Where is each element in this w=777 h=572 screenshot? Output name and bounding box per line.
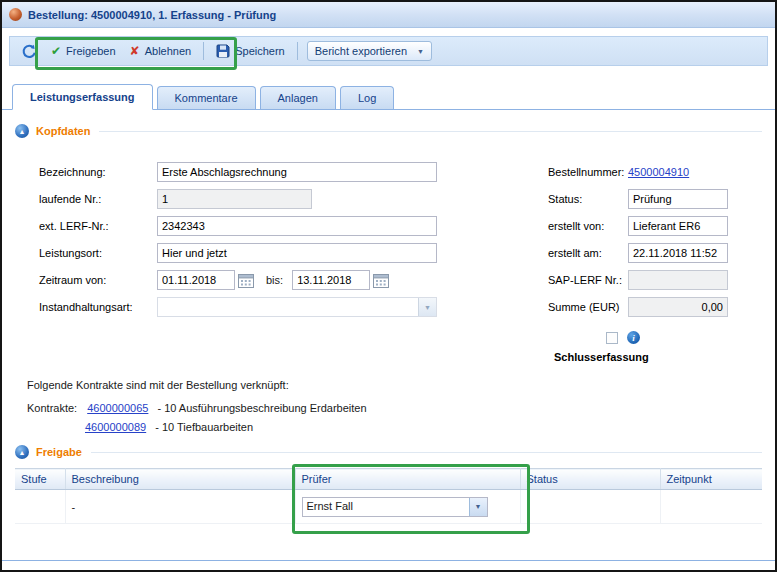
- toolbar: ✔ Freigeben ✘ Ablehnen Speichern Bericht…: [9, 36, 768, 66]
- kontrakte-label: Kontrakte:: [27, 402, 77, 414]
- cell-zeitpunkt: [660, 490, 762, 524]
- reject-x-icon: ✘: [130, 45, 140, 57]
- erstellt-von-field: [628, 216, 728, 236]
- freigabe-section-title: Freigabe: [36, 446, 82, 458]
- summe-field: [628, 297, 728, 317]
- kopfdaten-form: Bezeichnung: laufende Nr.: ext. LERF-Nr.…: [15, 162, 762, 363]
- kontrakte-intro: Folgende Kontrakte sind mit der Bestellu…: [27, 379, 762, 391]
- column-header-beschreibung[interactable]: Beschreibung: [65, 469, 295, 490]
- tab-anlagen[interactable]: Anlagen: [260, 86, 336, 109]
- kopfdaten-section-header: ▲ Kopfdaten: [15, 124, 762, 138]
- erstellt-am-label: erstellt am:: [548, 247, 628, 259]
- zeitraum-von-input[interactable]: [157, 270, 235, 290]
- chevron-down-icon: ▼: [417, 48, 424, 55]
- pruefer-selected-value: Ernst Fall: [303, 498, 469, 516]
- instandhaltungsart-select: ▼: [157, 297, 437, 317]
- speichern-button[interactable]: Speichern: [209, 41, 292, 61]
- summe-label: Summe (EUR): [548, 301, 628, 313]
- tab-leistungserfassung[interactable]: Leistungserfassung: [12, 84, 153, 110]
- bezeichnung-label: Bezeichnung:: [39, 166, 157, 178]
- zeitraum-von-label: Zeitraum von:: [39, 274, 157, 286]
- kontrakt-beschreibung: - 10 Ausführungsbeschreibung Erdarbeiten: [157, 402, 366, 414]
- bis-label: bis:: [266, 274, 283, 286]
- bezeichnung-input[interactable]: [157, 162, 437, 182]
- column-header-zeitpunkt[interactable]: Zeitpunkt: [660, 469, 762, 490]
- tab-log[interactable]: Log: [340, 86, 394, 109]
- tab-body-leistungserfassung: ▲ Kopfdaten Bezeichnung: laufende Nr.: e…: [2, 110, 775, 524]
- erstellt-von-label: erstellt von:: [548, 220, 628, 232]
- refresh-icon: [22, 44, 37, 59]
- cell-stufe: [15, 490, 65, 524]
- toolbar-separator: [203, 42, 204, 60]
- ablehnen-button[interactable]: ✘ Ablehnen: [123, 42, 199, 60]
- titlebar: Bestellung: 4500004910, 1. Erfassung - P…: [2, 2, 775, 28]
- window-title: Bestellung: 4500004910, 1. Erfassung - P…: [28, 9, 276, 21]
- section-divider: [99, 131, 762, 132]
- section-divider: [91, 452, 762, 453]
- chevron-down-icon: ▼: [469, 498, 487, 516]
- collapse-arrow-icon[interactable]: ▲: [15, 445, 29, 459]
- calendar-icon[interactable]: [373, 273, 389, 288]
- panel-bottom-border: [2, 560, 775, 561]
- approve-check-icon: ✔: [51, 45, 61, 57]
- calendar-icon[interactable]: [238, 273, 254, 288]
- bericht-exportieren-button[interactable]: Bericht exportieren ▼: [307, 41, 432, 61]
- leistungsort-label: Leistungsort:: [39, 247, 157, 259]
- bestellnummer-link[interactable]: 4500004910: [628, 166, 689, 178]
- refresh-button[interactable]: [15, 41, 44, 62]
- cell-status: [520, 490, 660, 524]
- kopfdaten-right-column: Bestellnummer: 4500004910 Status: erstel…: [548, 162, 756, 363]
- speichern-label: Speichern: [235, 45, 285, 57]
- cell-beschreibung: -: [65, 490, 295, 524]
- toolbar-separator: [297, 42, 298, 60]
- tab-label: Kommentare: [175, 92, 238, 104]
- leistungsort-input[interactable]: [157, 243, 437, 263]
- kontrakt-row: Kontrakte: 4600000065 - 10 Ausführungsbe…: [27, 402, 762, 414]
- schlusserfassung-label: Schlusserfassung: [548, 351, 756, 363]
- app-icon: [9, 8, 22, 21]
- table-row: - Ernst Fall ▼: [15, 490, 762, 524]
- grid-header-row: Stufe Beschreibung Prüfer Status Zeitpun…: [15, 469, 762, 490]
- tab-kommentare[interactable]: Kommentare: [157, 86, 256, 109]
- save-disk-icon: [216, 44, 230, 58]
- tabstrip: Leistungserfassung Kommentare Anlagen Lo…: [2, 83, 775, 110]
- erstellt-am-field: [628, 243, 728, 263]
- cell-pruefer: Ernst Fall ▼: [295, 490, 520, 524]
- status-label: Status:: [548, 193, 628, 205]
- chevron-down-icon: ▼: [418, 298, 436, 316]
- laufende-nr-input: [157, 189, 312, 209]
- freigabe-section-header: ▲ Freigabe: [15, 445, 762, 459]
- zeitraum-bis-input[interactable]: [292, 270, 370, 290]
- status-field: [628, 189, 728, 209]
- tab-label: Log: [358, 92, 376, 104]
- pruefer-select[interactable]: Ernst Fall ▼: [302, 497, 488, 517]
- ablehnen-label: Ablehnen: [145, 45, 192, 57]
- kopfdaten-section-title: Kopfdaten: [36, 125, 90, 137]
- freigeben-label: Freigeben: [66, 45, 116, 57]
- bestellnummer-label: Bestellnummer:: [548, 166, 628, 178]
- freigabe-grid: Stufe Beschreibung Prüfer Status Zeitpun…: [15, 468, 762, 524]
- app-window: Bestellung: 4500004910, 1. Erfassung - P…: [0, 0, 777, 572]
- column-header-stufe[interactable]: Stufe: [15, 469, 65, 490]
- kontrakt-link[interactable]: 4600000065: [87, 402, 148, 414]
- sap-lerf-nr-field: [628, 270, 728, 290]
- kontrakt-link[interactable]: 4600000089: [85, 421, 146, 433]
- instandhaltungsart-label: Instandhaltungsart:: [39, 301, 157, 313]
- column-header-pruefer[interactable]: Prüfer: [295, 469, 520, 490]
- freigeben-button[interactable]: ✔ Freigeben: [44, 42, 123, 60]
- ext-lerf-nr-input[interactable]: [157, 216, 437, 236]
- sap-lerf-nr-label: SAP-LERF Nr.:: [548, 274, 628, 286]
- schlusserfassung-group: i Schlusserfassung: [548, 331, 756, 363]
- info-icon[interactable]: i: [627, 331, 640, 344]
- laufende-nr-label: laufende Nr.:: [39, 193, 157, 205]
- kontrakt-row: 4600000089 - 10 Tiefbauarbeiten: [27, 421, 762, 433]
- tab-label: Anlagen: [278, 92, 318, 104]
- collapse-arrow-icon[interactable]: ▲: [15, 124, 29, 138]
- ext-lerf-nr-label: ext. LERF-Nr.:: [39, 220, 157, 232]
- kopfdaten-left-column: Bezeichnung: laufende Nr.: ext. LERF-Nr.…: [15, 162, 465, 363]
- combo-value: [158, 298, 418, 316]
- bericht-label: Bericht exportieren: [315, 45, 407, 57]
- schlusserfassung-checkbox[interactable]: [606, 332, 618, 344]
- kontrakt-beschreibung: - 10 Tiefbauarbeiten: [155, 421, 253, 433]
- column-header-status[interactable]: Status: [520, 469, 660, 490]
